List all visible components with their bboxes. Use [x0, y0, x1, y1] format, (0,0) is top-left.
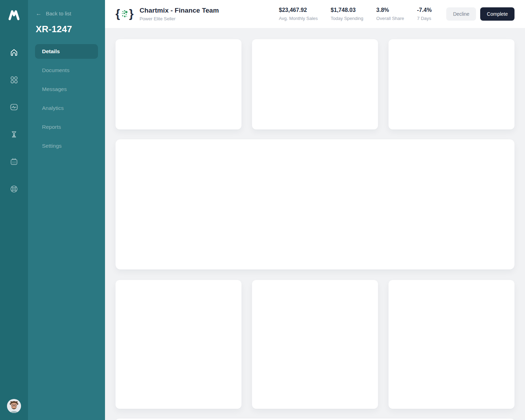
sidebar-item-analytics[interactable]: Analytics	[35, 101, 98, 115]
company-identity: { } Chartmix	[115, 7, 219, 21]
sidebar-item-settings[interactable]: Settings	[35, 139, 98, 153]
sidebar-item-messages[interactable]: Messages	[35, 82, 98, 97]
top-card-row	[115, 39, 514, 130]
decline-button[interactable]: Decline	[446, 7, 476, 21]
stat-value: $1,748.03	[331, 7, 363, 13]
record-sidebar: ← Back to list XR-1247 Details Documents…	[28, 0, 105, 420]
brace-close: }	[129, 8, 134, 19]
top-card-2	[252, 39, 378, 130]
bottom-card-1	[115, 280, 241, 409]
sidebar-item-label: Analytics	[42, 105, 64, 111]
icon-rail	[0, 0, 28, 420]
apps-grid-icon[interactable]	[8, 74, 20, 86]
stat-label: 7 Days	[417, 16, 432, 21]
next-row-card-peek	[115, 419, 514, 420]
m-logo	[6, 8, 22, 22]
sidebar-item-label: Messages	[42, 86, 67, 92]
top-card-3	[388, 39, 514, 130]
sidebar-item-label: Settings	[42, 143, 62, 149]
stat-today-spending: $1,748.03 Today Spending	[331, 7, 363, 21]
header-actions: Decline Complete	[446, 7, 514, 21]
sidebar-item-details[interactable]: Details	[35, 44, 98, 59]
bottom-card-2	[252, 280, 378, 409]
bottom-card-3	[388, 280, 514, 409]
wide-card	[115, 139, 514, 270]
top-card-1	[115, 39, 241, 130]
activity-chart-icon[interactable]	[8, 101, 20, 113]
main-column: { } Chartmix	[105, 0, 525, 420]
sidebar-nav: Details Documents Messages Analytics Rep…	[35, 44, 98, 153]
sidebar-item-label: Documents	[42, 67, 69, 74]
sidebar-item-documents[interactable]: Documents	[35, 63, 98, 78]
braces-dots-logo-icon: { }	[115, 8, 134, 20]
page-title: Chartmix - Finance Team	[140, 7, 219, 14]
stat-label: Today Spending	[331, 16, 363, 21]
header-stats: $23,467.92 Avg. Monthly Sales $1,748.03 …	[279, 7, 432, 21]
home-icon[interactable]	[8, 46, 20, 59]
user-avatar[interactable]	[7, 399, 21, 413]
bottom-card-row	[115, 280, 514, 409]
brace-open: {	[115, 8, 120, 19]
stat-label: Overall Share	[376, 16, 404, 21]
stat-overall-share: 3.8% Overall Share	[376, 7, 404, 21]
calendar-icon[interactable]	[8, 155, 20, 168]
sidebar-item-label: Reports	[42, 124, 61, 130]
lifebuoy-help-icon[interactable]	[8, 183, 20, 195]
stat-value: -7.4%	[417, 7, 432, 13]
stat-value: 3.8%	[376, 7, 404, 13]
record-id: XR-1247	[35, 24, 98, 35]
back-arrow-icon: ←	[36, 10, 42, 16]
stat-avg-monthly-sales: $23,467.92 Avg. Monthly Sales	[279, 7, 318, 21]
page-header: { } Chartmix	[105, 0, 525, 28]
stat-7-days: -7.4% 7 Days	[417, 7, 432, 21]
content-area	[105, 28, 525, 420]
back-to-list-label: Back to list	[46, 10, 71, 16]
page-subtitle: Power Elite Seller	[140, 16, 219, 21]
rail-nav	[8, 46, 20, 195]
hourglass-icon[interactable]	[8, 128, 20, 141]
stat-label: Avg. Monthly Sales	[279, 16, 318, 21]
back-to-list-link[interactable]: ← Back to list	[35, 10, 98, 16]
sidebar-item-reports[interactable]: Reports	[35, 120, 98, 134]
sidebar-item-label: Details	[42, 48, 60, 55]
complete-button[interactable]: Complete	[480, 7, 514, 21]
stat-value: $23,467.92	[279, 7, 318, 13]
